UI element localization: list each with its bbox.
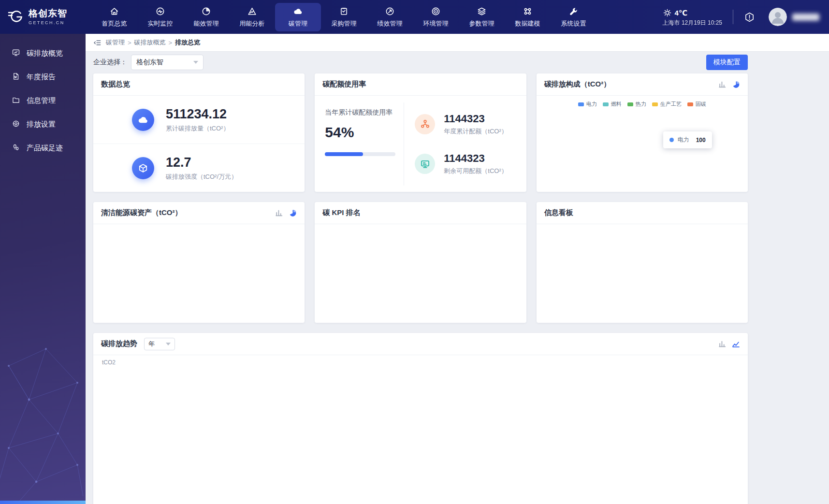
stat-value: 1144323 [444, 152, 507, 165]
weather-location-date: 上海市 12月19日 10:25 [663, 20, 722, 26]
stat-label: 累计碳排放量（tCO²） [166, 124, 229, 133]
nav-item-environment[interactable]: 环境管理 [413, 3, 459, 31]
analysis-icon [247, 6, 257, 16]
stat-value: 1144323 [444, 113, 507, 125]
quota-progress-bar [325, 152, 395, 156]
quota-usage-percent: 54% [325, 124, 404, 141]
tooltip-value: 100 [696, 137, 706, 144]
sidebar-item-emission[interactable]: 排放设置 [0, 113, 86, 136]
card-title: 碳排放构成（tCO²） [544, 80, 611, 89]
enterprise-select[interactable]: 格创东智 [131, 55, 204, 70]
carbon-dashboard-app: 格创东智 GETECH.CN 首页总览实时监控能效管理用能分析碳管理采购管理绩效… [0, 0, 829, 504]
card-quota-usage: 碳配额使用率 当年累计碳配额使用率 54% 1144323 年度累计配额（tCO… [315, 73, 526, 192]
sidebar-item-footprint[interactable]: 产品碳足迹 [0, 136, 86, 160]
cube-icon [132, 157, 154, 179]
nav-item-home[interactable]: 首页总览 [91, 3, 137, 31]
sidebar-item-overview[interactable]: 碳排放概览 [0, 42, 86, 65]
nav-item-modeling[interactable]: 数据建模 [505, 3, 551, 31]
nav-item-analysis[interactable]: 用能分析 [229, 3, 275, 31]
home-icon [109, 6, 119, 16]
legend-swatch [578, 102, 584, 106]
bar-chart-icon[interactable] [718, 80, 727, 88]
stat-value: 12.7 [166, 155, 237, 170]
sidebar-bottom-accent [0, 501, 86, 504]
nav-item-gauge[interactable]: 能效管理 [183, 3, 229, 31]
sidebar-item-report[interactable]: 年度报告 [0, 65, 86, 89]
avatar[interactable] [769, 8, 787, 26]
bar-chart-icon[interactable] [718, 340, 727, 348]
weather-widget: 4℃ 上海市 12月19日 10:25 [663, 8, 722, 26]
card-emission-composition: 碳排放构成（tCO²） 电力燃料热力生产工艺固碳 电力 100 [537, 73, 748, 192]
primary-nav: 首页总览实时监控能效管理用能分析碳管理采购管理绩效管理环境管理参数管理数据建模系… [91, 0, 596, 34]
card-emission-trend: 碳排放趋势 年 tCO2 [93, 333, 748, 504]
legend-item[interactable]: 生产工艺 [652, 101, 682, 108]
legend-item[interactable]: 电力 [578, 101, 597, 108]
sun-icon [663, 8, 672, 17]
module-config-button[interactable]: 模块配置 [706, 55, 748, 70]
period-select[interactable]: 年 [144, 338, 175, 350]
stat-label: 碳排放强度（tCO²/万元） [166, 173, 237, 181]
logo-title: 格创东智 [29, 9, 67, 19]
sidebar-item-infomgmt[interactable]: 信息管理 [0, 89, 86, 113]
footprint-icon [12, 143, 20, 153]
pie-chart-icon[interactable] [289, 209, 297, 217]
overview-stat: 511234.12 累计碳排放量（tCO²） [93, 96, 305, 144]
logo[interactable]: 格创东智 GETECH.CN [0, 8, 86, 26]
gauge-icon [201, 6, 211, 16]
composition-donut-chart[interactable] [537, 107, 748, 190]
legend-swatch [627, 102, 633, 106]
clean-energy-donut-chart[interactable] [93, 236, 305, 319]
collapse-menu-icon[interactable] [93, 39, 102, 47]
stat-label: 剩余可用配额（tCO²） [444, 167, 507, 175]
top-navigation: 格创东智 GETECH.CN 首页总览实时监控能效管理用能分析碳管理采购管理绩效… [0, 0, 829, 34]
legend-swatch [652, 102, 658, 106]
pie-chart-icon[interactable] [732, 80, 740, 88]
trend-line-chart[interactable] [93, 368, 732, 484]
composition-legend: 电力燃料热力生产工艺固碳 [537, 101, 748, 108]
breadcrumb-item: 排放总览 [175, 38, 200, 47]
tooltip-label: 电力 [678, 136, 689, 144]
legend-item[interactable]: 燃料 [603, 101, 622, 108]
nav-item-procurement[interactable]: 采购管理 [321, 3, 367, 31]
quota-stat: 1144323 剩余可用配额（tCO²） [415, 152, 526, 175]
infomgmt-icon [12, 96, 20, 106]
breadcrumb-item[interactable]: 碳管理 [106, 38, 125, 47]
bar-chart-icon[interactable] [275, 209, 283, 217]
display-icon [415, 154, 435, 174]
performance-icon [385, 6, 395, 16]
breadcrumb-item[interactable]: 碳排放概览 [134, 38, 166, 47]
stat-value: 511234.12 [166, 107, 229, 122]
card-clean-energy: 清洁能源碳资产（tCO²） [93, 202, 305, 323]
overview-stat: 12.7 碳排放强度（tCO²/万元） [93, 144, 305, 192]
enterprise-select-label: 企业选择： [93, 58, 127, 67]
settings-icon [568, 6, 579, 16]
procurement-icon [339, 6, 349, 16]
content: 数据总览 511234.12 累计碳排放量（tCO²） 12.7 碳排放强度（t… [86, 73, 756, 504]
card-title: 清洁能源碳资产（tCO²） [101, 208, 182, 217]
card-title: 数据总览 [101, 80, 130, 89]
nav-item-carbon[interactable]: 碳管理 [275, 3, 321, 31]
sidebar: 碳排放概览年度报告信息管理排放设置产品碳足迹 [0, 34, 86, 504]
nav-right: 4℃ 上海市 12月19日 10:25 [663, 8, 829, 26]
legend-item[interactable]: 固碳 [687, 101, 706, 108]
nav-item-monitor[interactable]: 实时监控 [137, 3, 183, 31]
card-title: 碳配额使用率 [322, 80, 366, 89]
constellation-decoration [0, 337, 86, 501]
chevron-down-icon [166, 343, 171, 346]
logo-subtitle: GETECH.CN [29, 20, 67, 25]
notification-icon[interactable] [744, 12, 755, 23]
legend-item[interactable]: 热力 [627, 101, 646, 108]
nav-item-params[interactable]: 参数管理 [459, 3, 505, 31]
breadcrumb-bar: 碳管理>碳排放概览>排放总览 [86, 34, 829, 51]
tooltip-series-dot [669, 138, 674, 142]
logo-mark-icon [7, 8, 24, 26]
legend-swatch [603, 102, 609, 106]
nav-item-performance[interactable]: 绩效管理 [367, 3, 413, 31]
breadcrumb: 碳管理>碳排放概览>排放总览 [106, 38, 200, 47]
nav-item-settings[interactable]: 系统设置 [551, 3, 596, 31]
line-chart-icon[interactable] [732, 340, 740, 348]
card-title: 信息看板 [544, 208, 573, 217]
chevron-down-icon [193, 61, 198, 64]
card-title: 碳排放趋势 [101, 339, 137, 348]
card-info-board: 信息看板 [537, 202, 748, 323]
